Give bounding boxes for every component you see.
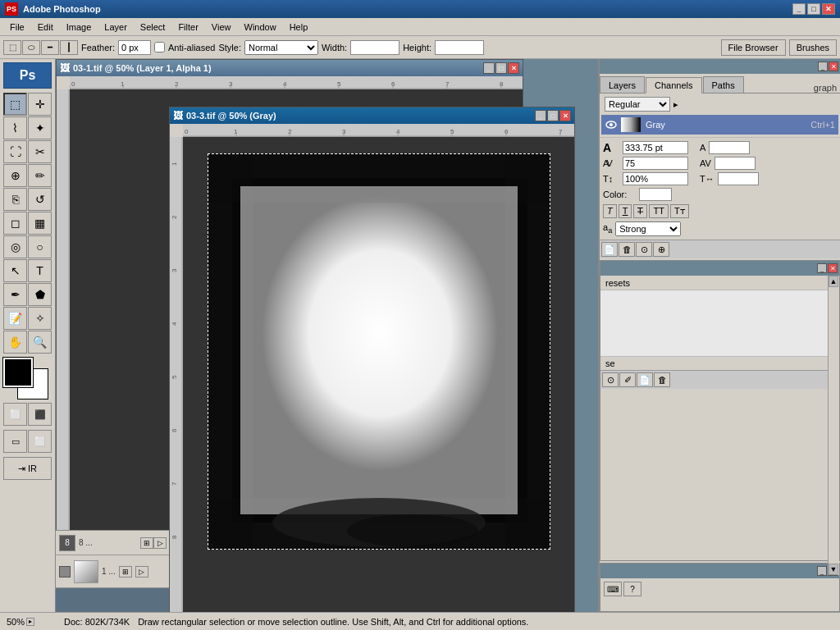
leading-input[interactable] bbox=[709, 141, 750, 154]
menu-file[interactable]: File bbox=[3, 21, 31, 34]
channel-visibility-eye[interactable] bbox=[605, 118, 618, 131]
extra-min-btn[interactable]: _ bbox=[817, 566, 827, 576]
blend-mode-select[interactable]: Regular bbox=[605, 97, 670, 112]
menu-window[interactable]: Window bbox=[238, 21, 283, 34]
maximize-button[interactable]: □ bbox=[807, 3, 820, 15]
rectangular-marquee-tool[interactable]: ⬚ bbox=[3, 93, 27, 116]
crop-tool[interactable]: ⛶ bbox=[3, 140, 27, 163]
blur-tool[interactable]: ◎ bbox=[3, 235, 27, 258]
foreground-color-swatch[interactable] bbox=[3, 358, 33, 387]
presets-close-btn[interactable]: ✕ bbox=[828, 263, 838, 273]
normal-mode-btn[interactable]: ⬜ bbox=[3, 403, 27, 426]
zoom-tool[interactable]: 🔍 bbox=[28, 331, 52, 354]
height-input[interactable] bbox=[435, 40, 484, 55]
window-controls[interactable]: _ □ ✕ bbox=[792, 3, 835, 15]
dodge-tool[interactable]: ○ bbox=[28, 235, 52, 258]
width-input[interactable] bbox=[350, 40, 399, 55]
zoom-arrow[interactable]: ▸ bbox=[26, 618, 34, 626]
menu-edit[interactable]: Edit bbox=[31, 21, 60, 34]
custom-shape-tool[interactable]: ⬟ bbox=[28, 283, 52, 306]
tab-layers[interactable]: Layers bbox=[600, 76, 645, 93]
strikethrough-btn[interactable]: T̶ bbox=[633, 204, 647, 218]
close-button[interactable]: ✕ bbox=[822, 3, 835, 15]
lasso-tool[interactable]: ⌇ bbox=[3, 116, 27, 139]
brush-tool[interactable]: ✏ bbox=[28, 164, 52, 187]
anti-aliased-checkbox[interactable] bbox=[154, 42, 165, 52]
brushes-button[interactable]: Brushes bbox=[789, 39, 837, 56]
panel-scrollbar[interactable]: ▲ ▼ bbox=[828, 276, 839, 575]
thumb-btn-1[interactable]: ⊞ bbox=[140, 537, 153, 549]
panel-bottom-btn-2[interactable]: ✐ bbox=[619, 372, 636, 387]
save-channel-btn[interactable]: ⊕ bbox=[653, 242, 669, 257]
feather-input[interactable] bbox=[118, 40, 151, 55]
doc2-title-bar[interactable]: 🖼 03-3.tif @ 50% (Gray) _ □ ✕ bbox=[170, 107, 574, 124]
layer-thumb-btn[interactable]: ⊞ bbox=[119, 566, 132, 578]
standard-screen-btn[interactable]: ▭ bbox=[3, 430, 27, 453]
doc2-canvas[interactable] bbox=[183, 137, 574, 612]
single-row-select-btn[interactable]: ━ bbox=[41, 40, 59, 55]
rectangular-select-btn[interactable]: ⬚ bbox=[3, 40, 21, 55]
doc1-minimize[interactable]: _ bbox=[483, 62, 495, 74]
tab-paths[interactable]: Paths bbox=[703, 76, 744, 93]
extra-tool-2[interactable]: ? bbox=[623, 582, 641, 596]
scale-v-input[interactable] bbox=[623, 172, 688, 185]
load-channel-btn[interactable]: ⊙ bbox=[636, 242, 652, 257]
menu-filter[interactable]: Filter bbox=[171, 21, 204, 34]
scroll-down-btn[interactable]: ▼ bbox=[829, 564, 838, 575]
menu-layer[interactable]: Layer bbox=[98, 21, 134, 34]
file-browser-button[interactable]: File Browser bbox=[721, 39, 786, 56]
fullscreen-btn[interactable]: ⬜ bbox=[28, 430, 52, 453]
italic-btn[interactable]: T bbox=[603, 204, 617, 218]
doc2-minimize[interactable]: _ bbox=[535, 110, 546, 121]
slice-tool[interactable]: ✂ bbox=[28, 140, 52, 163]
gradient-tool[interactable]: ▦ bbox=[28, 212, 52, 235]
uppercase-btn[interactable]: TT bbox=[649, 204, 668, 218]
panel-close-btn[interactable]: ✕ bbox=[829, 62, 838, 71]
single-col-select-btn[interactable]: ┃ bbox=[60, 40, 78, 55]
jump-to-imageready-btn[interactable]: ⇥ IR bbox=[3, 457, 52, 480]
magic-wand-tool[interactable]: ✦ bbox=[28, 116, 52, 139]
menu-help[interactable]: Help bbox=[283, 21, 315, 34]
path-selection-tool[interactable]: ↖ bbox=[3, 259, 27, 282]
panel-bottom-btn-1[interactable]: ⊙ bbox=[602, 372, 619, 387]
healing-brush-tool[interactable]: ⊕ bbox=[3, 164, 27, 187]
menu-image[interactable]: Image bbox=[60, 21, 98, 34]
hand-tool[interactable]: ✋ bbox=[3, 331, 27, 354]
extra-tool-1[interactable]: ⌨ bbox=[604, 582, 622, 596]
panel-bottom-btn-4[interactable]: 🗑 bbox=[654, 372, 670, 387]
menu-select[interactable]: Select bbox=[134, 21, 172, 34]
eyedropper-tool[interactable]: ✧ bbox=[28, 307, 52, 330]
smallcaps-btn[interactable]: Tᴛ bbox=[670, 204, 689, 218]
font-size-input[interactable] bbox=[623, 141, 688, 154]
eraser-tool[interactable]: ◻ bbox=[3, 212, 27, 235]
text-tool[interactable]: T bbox=[28, 259, 52, 282]
notes-tool[interactable]: 📝 bbox=[3, 307, 27, 330]
doc1-controls[interactable]: _ □ ✕ bbox=[483, 62, 519, 74]
tab-channels[interactable]: Channels bbox=[646, 77, 701, 94]
scale-h-input[interactable] bbox=[718, 172, 759, 185]
history-brush-tool[interactable]: ↺ bbox=[28, 188, 52, 211]
underline-btn[interactable]: T bbox=[619, 204, 632, 218]
doc2-controls[interactable]: _ □ ✕ bbox=[535, 110, 571, 121]
pen-tool[interactable]: ✒ bbox=[3, 283, 27, 306]
doc1-title-bar[interactable]: 🖼 03-1.tif @ 50% (Layer 1, Alpha 1) _ □ … bbox=[57, 60, 523, 76]
new-channel-btn[interactable]: 📄 bbox=[601, 242, 618, 257]
panel-bottom-btn-3[interactable]: 📄 bbox=[637, 372, 653, 387]
presets-content[interactable] bbox=[600, 290, 839, 356]
doc2-close[interactable]: ✕ bbox=[559, 110, 571, 121]
layer-thumb-btn-2[interactable]: ▷ bbox=[135, 566, 148, 578]
style-select[interactable]: Normal bbox=[244, 40, 318, 55]
doc1-close[interactable]: ✕ bbox=[508, 62, 519, 74]
minimize-button[interactable]: _ bbox=[792, 3, 806, 15]
menu-view[interactable]: View bbox=[205, 21, 238, 34]
channel-row-gray[interactable]: Gray Ctrl+1 bbox=[601, 115, 838, 135]
doc2-maximize[interactable]: □ bbox=[547, 110, 559, 121]
delete-channel-btn[interactable]: 🗑 bbox=[619, 242, 635, 257]
doc1-maximize[interactable]: □ bbox=[495, 62, 507, 74]
tracking-input[interactable] bbox=[714, 157, 756, 170]
scroll-up-btn[interactable]: ▲ bbox=[829, 276, 838, 287]
quick-mask-btn[interactable]: ⬛ bbox=[28, 403, 52, 426]
thumb-btn-2[interactable]: ▷ bbox=[153, 537, 167, 549]
presets-min-btn[interactable]: _ bbox=[817, 263, 827, 273]
selection-tool-group[interactable]: ⬚ ⬭ ━ ┃ bbox=[3, 40, 78, 55]
